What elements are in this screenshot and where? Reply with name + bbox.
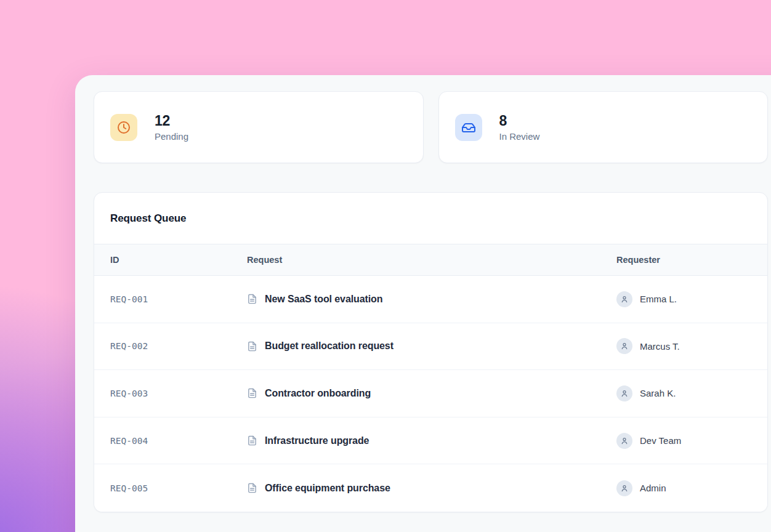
avatar [616,480,632,496]
request-id: REQ-004 [94,436,247,446]
inbox-icon [455,114,482,141]
pending-count: 12 [155,113,188,129]
table-row[interactable]: REQ-002 Budget reallocation request [94,323,767,371]
clock-icon [110,114,137,141]
avatar [616,433,632,449]
in-review-label: In Review [499,131,540,142]
column-header-requester: Requester [616,255,767,265]
avatar [616,291,632,307]
stats-row: 12 Pending 8 In Review [94,91,768,163]
request-id: REQ-003 [94,389,247,398]
request-title: Contractor onboarding [265,388,371,399]
requester-name: Marcus T. [640,341,680,352]
table-title: Request Queue [94,193,767,244]
requester-name: Dev Team [640,435,681,446]
document-icon [247,388,257,398]
stat-card-in-review: 8 In Review [438,91,769,163]
document-icon [247,483,257,493]
in-review-count: 8 [499,113,540,129]
request-title: Budget reallocation request [265,341,394,352]
column-header-request: Request [247,255,616,265]
request-id: REQ-001 [94,294,247,304]
request-queue-card: Request Queue ID Request Requester REQ-0… [94,192,768,512]
table-header-row: ID Request Requester [94,244,767,276]
requester-name: Sarah K. [640,388,676,398]
table-row[interactable]: REQ-003 Contractor onboarding [94,370,767,417]
stat-text: 8 In Review [499,113,540,142]
request-id: REQ-005 [94,483,247,493]
request-id: REQ-002 [94,341,247,351]
stat-card-pending: 12 Pending [94,91,424,163]
table-row[interactable]: REQ-004 Infrastructure upgrade [94,417,767,465]
table-row[interactable]: REQ-005 Office equipment purchase [94,464,767,512]
page-content: 12 Pending 8 In Review Request Q [94,91,768,512]
table-row[interactable]: REQ-001 New SaaS tool evaluation [94,276,767,323]
avatar [616,385,632,401]
request-title: New SaaS tool evaluation [265,294,382,305]
content-panel: 12 Pending 8 In Review Request Q [75,75,771,532]
request-title: Infrastructure upgrade [265,435,369,446]
document-icon [247,294,257,304]
requester-name: Emma L. [640,294,677,304]
pending-label: Pending [155,131,188,142]
document-icon [247,435,257,446]
column-header-id: ID [94,255,247,265]
avatar [616,338,632,354]
requester-name: Admin [640,483,666,493]
document-icon [247,341,257,352]
request-title: Office equipment purchase [265,483,390,494]
stat-text: 12 Pending [155,113,188,142]
